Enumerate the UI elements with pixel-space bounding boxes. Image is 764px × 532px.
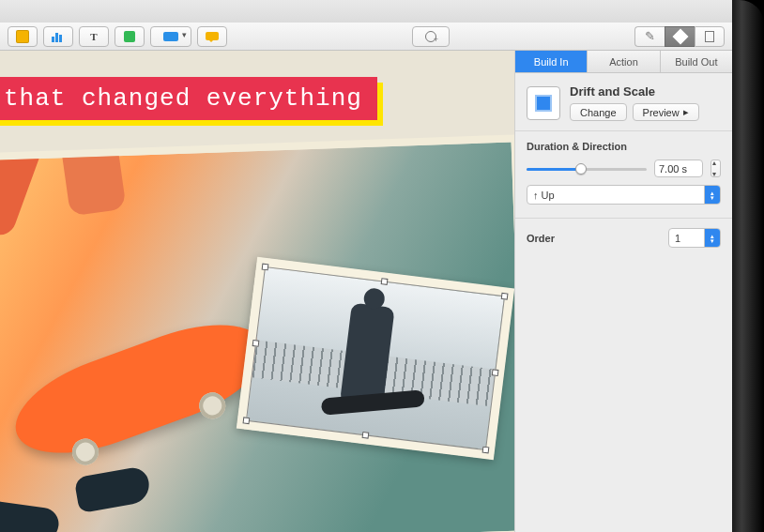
animate-diamond-icon [672,28,688,44]
selection-handle[interactable] [243,417,251,424]
document-icon [705,31,714,42]
duration-stepper[interactable] [711,160,721,177]
photo-skateboard [3,304,279,473]
order-label: Order [527,233,555,244]
animate-inspector: Build In Action Build Out Drift and Scal… [514,51,732,532]
window-chrome-strip [0,0,732,23]
tab-action[interactable]: Action [588,51,660,72]
build-tabs: Build In Action Build Out [515,51,732,73]
preview-label: Preview [643,107,680,118]
comment-button[interactable] [197,26,227,47]
media-icon [163,32,178,41]
shape-icon [124,31,135,42]
collaborate-icon [425,31,436,42]
selection-handle[interactable] [492,369,499,376]
duration-slider[interactable] [527,162,647,175]
photo-shoe [0,500,61,532]
selection-handle[interactable] [381,278,389,285]
inset-photo-selected[interactable] [237,257,514,460]
popup-chevron-icon: ▴▾ [704,186,720,204]
duration-value: 7.00 s [659,163,687,175]
collaborate-button[interactable] [412,26,450,47]
selection-handle[interactable] [501,293,509,300]
photo-fg-leg [40,134,126,216]
chart-icon [52,31,65,42]
inspector-mode-segment: ✎ [634,26,725,47]
slider-fill [527,168,581,171]
document-tab-button[interactable] [695,26,725,47]
duration-field[interactable]: 7.00 s [654,160,703,177]
tab-build-in[interactable]: Build In [515,51,588,72]
comment-icon [206,32,219,40]
text-icon: T [90,31,97,42]
popup-chevron-icon: ▴▾ [704,229,720,247]
media-button[interactable] [150,26,191,47]
selection-handle[interactable] [482,447,490,454]
photo-shoe [74,465,152,513]
photo-board [321,389,425,416]
play-icon: ▸ [683,106,689,118]
table-button[interactable] [8,26,38,47]
table-icon [16,30,29,43]
direction-value: ↑ Up [533,190,555,201]
slider-thumb[interactable] [575,163,587,175]
chart-button[interactable] [43,26,73,47]
text-button[interactable]: T [79,26,109,47]
effect-name: Drift and Scale [570,84,699,99]
order-section: Order 1 ▴▾ [515,218,732,261]
duration-direction-section: Duration & Direction 7.00 s ↑ Up ▴▾ [515,130,732,218]
effect-thumbnail [527,86,560,120]
change-effect-button[interactable]: Change [570,103,627,121]
slide-title-banner[interactable]: that changed everything [0,77,377,120]
effect-header: Drift and Scale Change Preview ▸ [515,73,732,130]
selection-handle[interactable] [252,340,260,347]
tab-build-out[interactable]: Build Out [661,51,732,72]
selection-handle[interactable] [262,264,269,271]
animate-tab-button[interactable] [665,26,695,47]
preview-effect-button[interactable]: Preview ▸ [633,103,699,121]
order-popup[interactable]: 1 ▴▾ [668,228,721,248]
toolbar: T ✎ [0,23,732,51]
direction-popup[interactable]: ↑ Up ▴▾ [527,185,721,205]
duration-direction-label: Duration & Direction [527,141,721,152]
format-paintbrush-icon: ✎ [645,29,655,43]
effect-thumb-square-icon [535,95,552,112]
shape-button[interactable] [115,26,145,47]
order-value: 1 [675,233,680,244]
slide-canvas[interactable]: that changed everything [0,51,514,532]
format-tab-button[interactable]: ✎ [634,26,665,47]
selection-handle[interactable] [362,432,370,439]
